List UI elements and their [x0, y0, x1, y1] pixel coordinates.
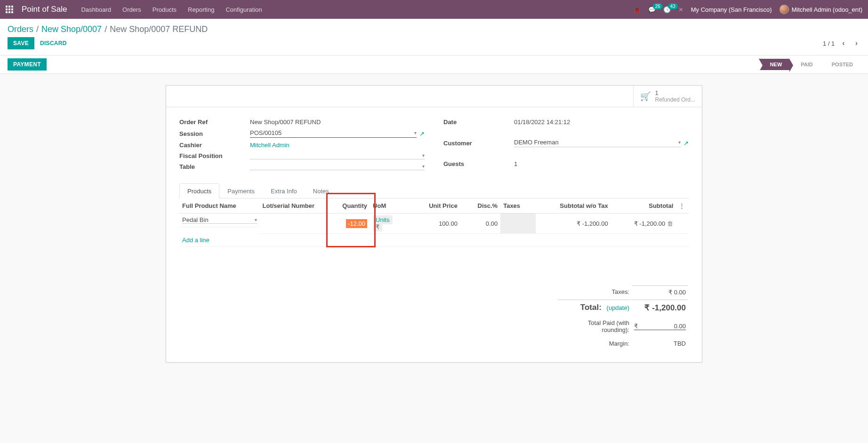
discount[interactable]: 0.00	[460, 214, 500, 234]
currency-symbol: ₹	[373, 222, 382, 231]
external-link-icon[interactable]: ↗	[419, 130, 425, 137]
totals: Taxes:₹ 0.00 Total: (update)₹ -1,200.00 …	[557, 285, 689, 351]
stat-count: 1	[655, 89, 695, 96]
tab-payments[interactable]: Payments	[219, 183, 263, 198]
apps-menu-icon[interactable]	[6, 6, 13, 13]
bug-icon[interactable]: 🐞	[633, 6, 641, 13]
caret-down-icon: ▾	[422, 164, 425, 169]
quantity-field[interactable]: -12.00	[346, 219, 367, 228]
order-lines-table: Full Product Name Lot/serial Number Quan…	[179, 198, 689, 275]
tab-products[interactable]: Products	[179, 183, 219, 198]
subtotal: ₹ -1,200.00	[634, 220, 666, 227]
total-label: Total:	[580, 303, 602, 312]
user-name: Mitchell Admin (odoo_ent)	[792, 6, 862, 13]
margin-value: TBD	[632, 337, 688, 350]
menu-products[interactable]: Products	[153, 6, 177, 13]
lot-field[interactable]	[260, 214, 330, 234]
update-link[interactable]: (update)	[607, 304, 629, 311]
status-step-new[interactable]: New	[759, 59, 790, 70]
breadcrumb-sep: /	[36, 24, 39, 34]
col-taxes: Taxes	[500, 198, 536, 214]
caret-down-icon: ▾	[422, 153, 425, 158]
pager-prev-icon[interactable]: ‹	[839, 38, 847, 48]
breadcrumb-root[interactable]: Orders	[8, 24, 33, 34]
breadcrumb-parent[interactable]: New Shop/0007	[41, 24, 102, 34]
fiscal-field[interactable]: ▾	[250, 153, 425, 159]
taxes-label: Taxes:	[558, 285, 631, 299]
breadcrumb: Orders / New Shop/0007 / New Shop/0007 R…	[0, 19, 868, 37]
taxes-field[interactable]	[500, 214, 536, 234]
stat-label: Refunded Ord...	[655, 96, 695, 103]
cashier-label: Cashier	[179, 142, 250, 149]
col-lot: Lot/serial Number	[260, 198, 330, 214]
customer-field[interactable]: DEMO Freeman▾	[514, 139, 681, 147]
col-subtotal: Subtotal	[611, 198, 676, 214]
caret-down-icon: ▾	[255, 217, 257, 222]
payment-button[interactable]: Payment	[8, 58, 47, 71]
status-steps: New Paid Posted	[759, 59, 860, 70]
customer-label: Customer	[443, 140, 514, 147]
add-line-link[interactable]: Add a line	[179, 234, 689, 247]
activities-badge: 43	[668, 3, 678, 9]
col-subtotal-wo: Subtotal w/o Tax	[536, 198, 611, 214]
table-row[interactable]: Pedal Bin▾ -12.00 Units ₹ 100.00 0.00 ₹ …	[179, 214, 689, 234]
menu-configuration[interactable]: Configuration	[225, 6, 262, 13]
external-link-icon[interactable]: ↗	[683, 140, 689, 147]
session-label: Session	[179, 130, 250, 137]
pager-count: 1 / 1	[823, 40, 835, 47]
refunded-orders-button[interactable]: 🛒 1 Refunded Ord...	[633, 86, 702, 107]
cart-icon: 🛒	[640, 91, 651, 102]
caret-down-icon: ▾	[678, 140, 681, 145]
date-value: 01/18/2022 14:21:12	[514, 119, 689, 126]
taxes-value: ₹ 0.00	[632, 285, 688, 299]
menu-reporting[interactable]: Reporting	[188, 6, 214, 13]
col-qty: Quantity	[330, 198, 370, 214]
messages-icon[interactable]: 💬26	[648, 6, 656, 13]
activities-icon[interactable]: 🕓43	[663, 6, 671, 13]
main-menu: Dashboard Orders Products Reporting Conf…	[81, 6, 262, 13]
tab-notes[interactable]: Notes	[305, 183, 337, 198]
order-ref-value: New Shop/0007 REFUND	[250, 119, 425, 126]
column-options-icon[interactable]: ⋮	[679, 202, 685, 209]
paid-label: Total Paid (with rounding):	[558, 316, 631, 336]
discard-button[interactable]: Discard	[34, 37, 72, 49]
delete-line-icon[interactable]: 🗑	[667, 220, 673, 227]
company-switcher[interactable]: My Company (San Francisco)	[691, 6, 772, 13]
caret-down-icon: ▾	[414, 130, 417, 135]
guests-label: Guests	[443, 160, 514, 167]
breadcrumb-sep: /	[104, 24, 107, 34]
unit-price[interactable]: 100.00	[405, 214, 460, 234]
status-step-posted[interactable]: Posted	[820, 59, 860, 70]
table-field[interactable]: ▾	[250, 164, 425, 170]
margin-label: Margin:	[558, 337, 631, 350]
pager-next-icon[interactable]: ›	[852, 38, 860, 48]
total-value: ₹ -1,200.00	[632, 300, 688, 316]
table-label: Table	[179, 163, 250, 170]
menu-dashboard[interactable]: Dashboard	[81, 6, 111, 13]
product-field[interactable]: Pedal Bin	[182, 216, 209, 223]
close-icon[interactable]: ✕	[678, 6, 683, 13]
subtotal-wo-tax: ₹ -1,200.00	[536, 214, 611, 234]
save-button[interactable]: Save	[8, 37, 34, 49]
status-step-paid[interactable]: Paid	[789, 59, 820, 70]
tab-extra-info[interactable]: Extra Info	[263, 183, 305, 198]
menu-orders[interactable]: Orders	[122, 6, 141, 13]
navbar: Point of Sale Dashboard Orders Products …	[0, 0, 868, 19]
fiscal-label: Fiscal Position	[179, 152, 250, 159]
pager: 1 / 1 ‹ ›	[823, 38, 860, 48]
col-price: Unit Price	[405, 198, 460, 214]
avatar	[780, 5, 789, 14]
app-name[interactable]: Point of Sale	[22, 5, 67, 14]
order-ref-label: Order Ref	[179, 119, 250, 126]
cashier-link[interactable]: Mitchell Admin	[250, 142, 289, 149]
messages-badge: 26	[653, 3, 663, 9]
date-label: Date	[443, 119, 514, 126]
tabs: Products Payments Extra Info Notes	[179, 183, 689, 198]
breadcrumb-current: New Shop/0007 REFUND	[110, 24, 208, 34]
guests-value[interactable]: 1	[514, 160, 689, 167]
col-uom: UoM	[370, 198, 405, 214]
col-product: Full Product Name	[179, 198, 260, 214]
session-field[interactable]: POS/00105▾	[250, 129, 417, 138]
paid-input[interactable]: ₹0.00	[634, 323, 686, 330]
user-menu[interactable]: Mitchell Admin (odoo_ent)	[780, 5, 862, 14]
